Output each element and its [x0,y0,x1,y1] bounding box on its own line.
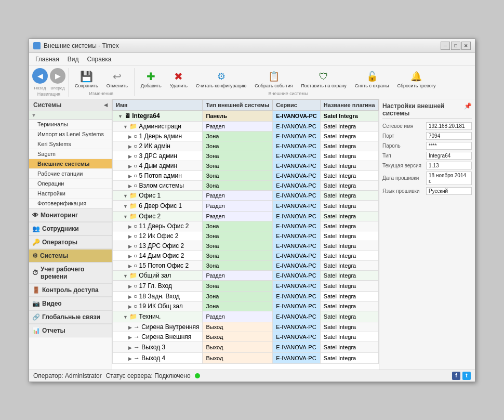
expand-icon[interactable]: ▶ [128,284,132,289]
table-row[interactable]: ▶○ 13 ДРС Офис 2ЗонаE-IVANOVA-PCSatel In… [113,241,379,251]
sidebar-item-settings[interactable]: Настройки [29,189,112,199]
delete-button[interactable]: ✖ Удалить [166,68,191,91]
field-value[interactable]: 18 ноября 2014 г. [426,172,472,185]
field-value[interactable]: 7094 [426,132,472,140]
sidebar-item-photoverify[interactable]: Фотоверификация [29,199,112,208]
field-value[interactable]: 192.168.20.181 [426,122,472,130]
expand-icon[interactable]: ▶ [128,144,132,149]
reset-alarm-button[interactable]: 🔔 Сбросить тревогу [393,68,439,91]
sidebar-cat-reports[interactable]: 📊 Отчеты [29,324,112,337]
forward-button[interactable]: ▶ [50,68,65,84]
sidebar-cat-access[interactable]: 🚪 Контроль доступа [29,283,112,297]
col-status[interactable]: Статус [378,99,379,110]
table-row[interactable]: ▶○ 15 Потоп Офис 2ЗонаE-IVANOVA-PCSatel … [113,260,379,270]
field-value[interactable]: 1.13 [426,162,472,169]
table-row[interactable]: ▶○ 1 Дверь админЗонаE-IVANOVA-PCSatel In… [113,131,379,141]
expand-icon[interactable]: ▶ [128,264,132,269]
table-row[interactable]: ▼📁 Общий залРазделE-IVANOVA-PCSatel Inte… [113,270,379,280]
minimize-button[interactable]: ─ [441,42,450,50]
expand-icon[interactable]: ▼ [123,124,128,129]
expand-icon[interactable]: ▶ [128,254,132,259]
col-type[interactable]: Тип внешней системы [203,99,273,110]
table-row[interactable]: ▶○ 19 ИК Общ залЗонаE-IVANOVA-PCSatel In… [113,301,379,311]
sidebar-collapse-icon[interactable]: ◀ [104,102,108,108]
table-row[interactable]: ▶○ 17 Гл. ВходЗонаE-IVANOVA-PCSatel Inte… [113,280,379,291]
table-row[interactable]: ▶→ Выход 3ВыходE-IVANOVA-PCSatel Integra [113,342,379,352]
sidebar-cat-systems[interactable]: ⚙ Системы [29,249,112,262]
back-button[interactable]: ◀ [32,68,48,84]
sidebar-cat-employees[interactable]: 👥 Сотрудники [29,222,112,235]
expand-icon[interactable]: ▶ [128,183,132,189]
expand-icon[interactable]: ▶ [128,154,132,159]
table-row[interactable]: ▶→ Выход 4ВыходE-IVANOVA-PCSatel Integra [113,352,379,363]
table-row[interactable]: ▼📁 Офис 1РазделE-IVANOVA-PCSatel Integra [113,190,379,200]
disarm-button[interactable]: 🔓 Снять с охраны [351,68,393,91]
facebook-icon[interactable]: f [452,372,460,380]
expand-icon[interactable]: ▶ [128,345,132,350]
arm-button[interactable]: 🛡 Поставить на охрану [297,68,350,91]
table-row[interactable]: ▶○ 5 Потоп админЗонаE-IVANOVA-PCSatel In… [113,170,379,180]
close-button[interactable]: ✕ [461,42,471,50]
sidebar-item-lenel[interactable]: Импорт из Lenel Systems [29,129,112,139]
menu-view[interactable]: Вид [63,54,83,64]
table-row[interactable]: ▼🖥 Integra64ПанельE-IVANOVA-PCSatel Inte… [113,110,379,121]
sidebar-item-sagem[interactable]: Sagem [29,149,112,159]
expand-icon[interactable]: ▶ [128,134,132,139]
sidebar-cat-monitoring[interactable]: 👁 Мониторинг [29,208,112,222]
table-row[interactable]: ▶○ 4 Дым админЗонаE-IVANOVA-PCSatel Inte… [113,161,379,170]
add-button[interactable]: ✚ Добавить [137,68,165,91]
expand-icon[interactable]: ▶ [128,294,132,299]
sidebar-cat-timekeeping[interactable]: ⏱ Учет рабочего времени [29,262,112,283]
right-panel-pin-icon[interactable]: 📌 [464,102,472,117]
table-row[interactable]: ▼📁 АдминистрациРазделE-IVANOVA-PCSatel I… [113,121,379,131]
sidebar-cat-operators[interactable]: 🔑 Операторы [29,235,112,249]
expand-icon[interactable]: ▶ [128,174,132,179]
expand-icon[interactable]: ▼ [123,214,128,219]
table-row[interactable]: ▼📁 6 Двер Офис 1РазделE-IVANOVA-PCSatel … [113,200,379,211]
expand-icon[interactable]: ▶ [128,234,132,239]
table-row[interactable]: ▶○ 12 Ик Офис 2ЗонаE-IVANOVA-PCSatel Int… [113,231,379,241]
expand-icon[interactable]: ▼ [123,204,128,209]
expand-icon[interactable]: ▼ [118,114,123,119]
col-name[interactable]: Имя [113,99,203,110]
expand-icon[interactable]: ▶ [128,304,132,309]
twitter-icon[interactable]: t [462,372,471,380]
field-value[interactable]: Русский [426,187,472,195]
field-value[interactable]: Integra64 [426,152,472,160]
sidebar-cat-global[interactable]: 🔗 Глобальные связи [29,310,112,324]
col-service[interactable]: Сервис [273,99,320,110]
collect-button[interactable]: 📋 Собрать события [251,68,296,91]
read-config-button[interactable]: ⚙ Считать конфигурацию [192,68,250,91]
expand-icon[interactable]: ▶ [128,325,132,330]
expand-icon[interactable]: ▶ [128,335,132,340]
table-row[interactable]: ▶○ 3 ДРС админЗонаE-IVANOVA-PCSatel Inte… [113,151,379,161]
sidebar-item-operations[interactable]: Операции [29,179,112,189]
table-row[interactable]: ▶○ 14 Дым Офис 2ЗонаE-IVANOVA-PCSatel In… [113,251,379,260]
menu-help[interactable]: Справка [83,54,115,64]
sidebar-cat-video[interactable]: 📷 Видео [29,297,112,310]
cancel-button[interactable]: ↩ Отменить [103,68,131,91]
table-row[interactable]: ▶○ 2 ИК адмінЗонаE-IVANOVA-PCSatel Integ… [113,141,379,151]
table-row[interactable]: ▼📁 Офис 2РазделE-IVANOVA-PCSatel Integra [113,211,379,221]
expand-icon[interactable]: ▼ [123,273,128,279]
maximize-button[interactable]: □ [451,42,460,50]
table-row[interactable]: ▶→ Сирена ВнешняяВыходE-IVANOVA-PCSatel … [113,332,379,342]
sidebar-item-terminals[interactable]: Терминалы [29,120,112,129]
field-value[interactable]: **** [426,142,472,150]
expand-icon[interactable]: ▼ [123,193,128,199]
sidebar-item-ext-systems[interactable]: Внешние системы [29,159,112,169]
expand-icon[interactable]: ▶ [128,244,132,249]
sidebar-item-keri[interactable]: Keri Systems [29,139,112,149]
sidebar-item-workstations[interactable]: Рабочие станции [29,169,112,179]
table-row[interactable]: ▶→ Сирена ВнутренняяВыходE-IVANOVA-PCSat… [113,322,379,332]
expand-icon[interactable]: ▶ [128,356,132,361]
expand-icon[interactable]: ▼ [123,314,128,320]
expand-icon[interactable]: ▶ [128,164,132,169]
table-row[interactable]: ▶○ 11 Дверь Офис 2ЗонаE-IVANOVA-PCSatel … [113,221,379,231]
save-button[interactable]: 💾 Сохранить [71,68,102,91]
table-row[interactable]: ▶○ 18 Задн. ВходЗонаE-IVANOVA-PCSatel In… [113,291,379,301]
expand-icon[interactable]: ▶ [128,224,132,229]
table-row[interactable]: ▶○ Взлом системыЗонаE-IVANOVA-PCSatel In… [113,180,379,190]
table-row[interactable]: ▼📁 Технич.РазделE-IVANOVA-PCSatel Integr… [113,311,379,322]
menu-home[interactable]: Главная [31,54,63,64]
